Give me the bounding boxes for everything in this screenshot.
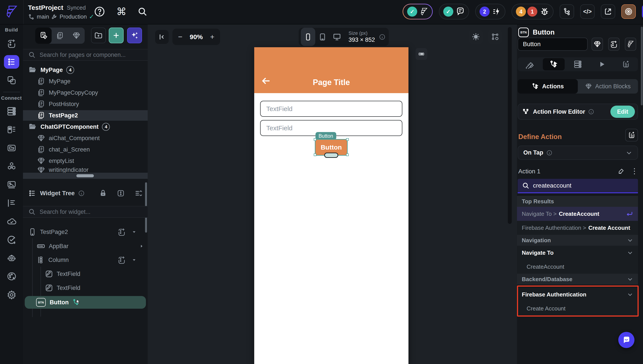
device-desktop-button[interactable] — [330, 28, 344, 46]
tree-options-icon[interactable] — [135, 189, 143, 198]
view-code-button[interactable]: </> — [580, 4, 595, 19]
support-chat-button[interactable] — [618, 332, 634, 348]
project-health-pill[interactable]: ✓ — [403, 4, 433, 20]
light-mode-toggle[interactable] — [469, 30, 483, 44]
issues-pill[interactable]: 4 1 — [511, 4, 553, 20]
rail-custom-functions-button[interactable] — [4, 196, 19, 210]
rail-components-button[interactable] — [4, 74, 19, 87]
rail-integrations-button[interactable] — [4, 160, 19, 173]
tab-backend[interactable] — [567, 58, 589, 70]
wrap-widget-button[interactable] — [608, 38, 619, 51]
subtab-actions[interactable]: Actions — [518, 79, 578, 94]
run-button[interactable] — [642, 4, 643, 19]
tree-node-column[interactable]: Column — [37, 256, 69, 264]
chevron-down-icon[interactable] — [132, 257, 137, 262]
component-item-writingindicator[interactable]: writingIndicator — [23, 167, 148, 173]
widget-search[interactable] — [23, 206, 148, 218]
group-firebase-authentication[interactable]: Firebase Authentication — [517, 288, 638, 302]
tree-node-textfield-2[interactable]: TextField — [45, 284, 80, 292]
convert-to-component-button[interactable] — [592, 38, 603, 51]
trigger-dropdown[interactable]: On Tap — [518, 146, 638, 160]
tree-node-button-selected[interactable]: BTN Button — [25, 296, 146, 309]
collapse-panel-button[interactable] — [155, 30, 169, 44]
zoom-out-button[interactable]: − — [178, 32, 182, 41]
widget-name-input[interactable] — [518, 38, 588, 51]
preview-textfield-1[interactable]: TextField — [260, 101, 402, 117]
rail-media-assets-button[interactable] — [4, 141, 19, 155]
new-folder-button[interactable] — [91, 28, 106, 43]
tab-pages[interactable] — [52, 28, 68, 44]
tree-node-appbar[interactable]: AppBar — [37, 242, 69, 250]
tab-actions-icon[interactable] — [543, 58, 565, 70]
add-child-widget-icon[interactable] — [118, 256, 126, 264]
selection-handle[interactable] — [314, 138, 316, 141]
search-icon[interactable] — [137, 6, 147, 16]
device-phone-button[interactable] — [301, 28, 315, 46]
device-tablet-button[interactable] — [315, 28, 330, 46]
group-navigate-to[interactable]: Navigate To — [517, 246, 638, 260]
rail-app-values-button[interactable] — [4, 123, 19, 136]
pages-search-input[interactable] — [40, 52, 134, 58]
item-create-account-action[interactable]: Create Account — [517, 302, 638, 316]
tab-properties[interactable] — [519, 58, 541, 70]
page-item-chataiscreen[interactable]: chat_ai_Screen — [23, 144, 148, 155]
backend-section-header[interactable]: Backend/Database — [517, 274, 638, 285]
selection-handle[interactable] — [346, 138, 349, 141]
tab-animations[interactable] — [591, 58, 613, 70]
rail-tests-button[interactable] — [4, 233, 19, 246]
branch-name[interactable]: main — [37, 13, 49, 20]
preview-button[interactable] — [621, 4, 636, 19]
tab-components[interactable] — [68, 28, 85, 44]
rail-settings-button[interactable] — [4, 288, 19, 302]
add-page-button[interactable] — [109, 28, 124, 43]
command-menu-icon[interactable]: ⌘ — [116, 6, 126, 16]
page-item-mypagecopycopy[interactable]: MyPageCopyCopy — [23, 88, 148, 98]
preview-appbar[interactable]: Page Title — [254, 47, 409, 93]
edit-action-icon[interactable] — [618, 167, 625, 175]
chevron-right-icon[interactable] — [139, 244, 144, 249]
right-panel-scrollbar-thumb[interactable] — [641, 27, 643, 105]
ai-page-gen-button[interactable] — [127, 28, 142, 43]
copy-actions-button[interactable] — [625, 129, 638, 142]
item-createaccount-page[interactable]: CreateAccount — [517, 260, 638, 274]
edit-action-flow-button[interactable]: Edit — [610, 106, 635, 118]
rail-cloud-functions-button[interactable] — [4, 215, 19, 228]
pages-search[interactable] — [23, 49, 148, 61]
rail-database-button[interactable] — [4, 104, 19, 118]
folder-mypage[interactable]: MyPage 4 — [23, 65, 148, 75]
component-item-emptylist[interactable]: emptyList — [23, 156, 148, 166]
selection-handle[interactable] — [314, 154, 316, 156]
tab-pages-and-components[interactable] — [35, 28, 52, 44]
expand-collapse-icon[interactable] — [117, 189, 125, 198]
rail-ai-agents-button[interactable] — [4, 252, 19, 265]
rail-page-selector-button[interactable] — [4, 55, 19, 69]
tree-node-testpage2[interactable]: TestPage2 — [28, 228, 68, 236]
help-icon[interactable] — [94, 6, 105, 18]
tab-documentation[interactable] — [615, 58, 637, 70]
rail-image-assets-button[interactable] — [4, 178, 19, 192]
canvas[interactable]: − 90% + Size (px) 393 × 852 — [148, 24, 517, 364]
pages-horizontal-scrollbar[interactable] — [23, 173, 148, 179]
selection-handle[interactable] — [346, 154, 349, 156]
branch-manager-button[interactable] — [560, 4, 574, 19]
automations-pill[interactable]: 2 — [475, 4, 505, 20]
component-item-aichat[interactable]: aiChat_Component — [23, 133, 148, 144]
result-navigate-to-createaccount[interactable]: Navigate To >CreateAccount — [517, 207, 638, 221]
environment-name[interactable]: Production — [60, 13, 87, 20]
action-menu-icon[interactable]: ⋮ — [631, 166, 638, 175]
page-item-posthistory[interactable]: PostHistory — [23, 99, 148, 109]
action-search[interactable] — [518, 179, 638, 193]
page-item-mypage[interactable]: MyPage — [23, 76, 148, 86]
appbar-toolbar-button[interactable] — [416, 48, 427, 60]
folder-chatgptcomponent[interactable]: ChatGPTComponent 4 — [23, 122, 148, 132]
chevron-down-icon[interactable] — [132, 229, 137, 234]
action-search-input[interactable] — [533, 182, 627, 189]
page-item-testpage2-selected[interactable]: TestPage2 — [23, 110, 148, 121]
flutterflow-logo[interactable] — [0, 0, 24, 24]
lock-icon[interactable] — [99, 189, 107, 197]
add-child-widget-icon[interactable] — [118, 228, 126, 236]
subtab-action-blocks[interactable]: Action Blocks — [578, 79, 638, 94]
canvas-scrollbar[interactable] — [508, 27, 512, 224]
ai-edit-button[interactable] — [625, 38, 636, 51]
canvas-settings-button[interactable] — [488, 30, 502, 44]
